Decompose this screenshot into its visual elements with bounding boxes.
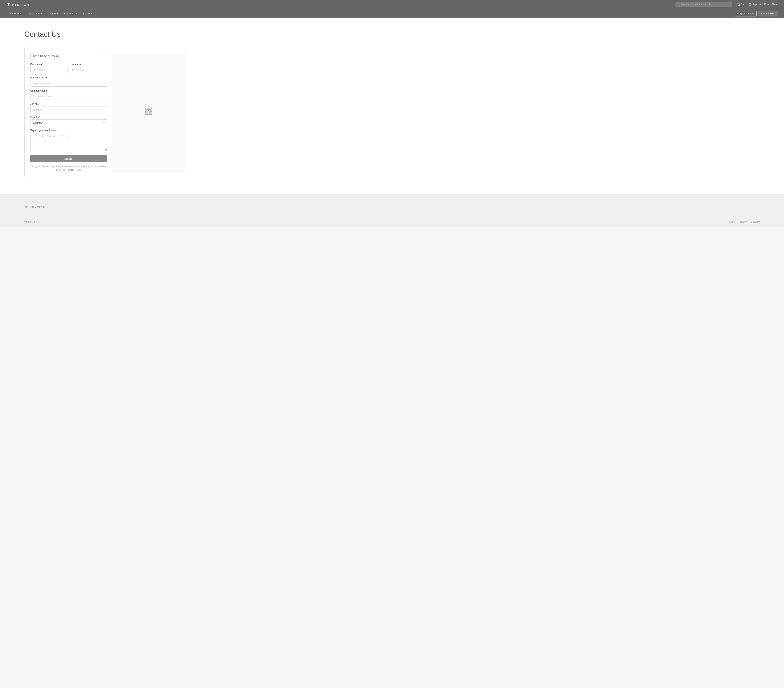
footer-logo[interactable]: VENTION (25, 206, 46, 209)
footer-url: vention.io (25, 220, 35, 223)
country-row: Country* Country* United States Canada U… (30, 116, 107, 126)
first-name-group: First name* (30, 63, 68, 73)
country-group: Country* Country* United States Canada U… (30, 116, 107, 126)
explain-row: Explain your need to us (30, 129, 107, 151)
hardware-chevron-icon: ▼ (76, 13, 78, 15)
platform-chevron-icon: ▼ (20, 13, 21, 15)
search-bar[interactable] (675, 2, 732, 7)
company-name-label: Company name* (30, 89, 107, 92)
nav-item-learn[interactable]: Learn ▼ (81, 11, 95, 16)
nav-item-application[interactable]: Application ▼ (24, 11, 45, 16)
search-icon (677, 3, 680, 6)
privacy-policy-link[interactable]: Privacy Policy (67, 169, 81, 171)
cart-icon (737, 3, 740, 6)
last-name-label: Last name* (70, 63, 107, 66)
design-now-button[interactable]: Design Now (758, 11, 777, 16)
explain-label: Explain your need to us (30, 129, 107, 132)
inquiry-type-dropdown-wrapper: Get a Demo or Pricing Technical Support … (30, 53, 107, 59)
vention-logo-icon (7, 3, 11, 6)
top-bar-actions: Cart Support EN - USD ▼ (737, 3, 777, 6)
cart-button[interactable]: Cart (737, 3, 746, 6)
job-title-group: Job title* (30, 103, 107, 113)
footer-link-privacy[interactable]: Privacy (739, 220, 746, 223)
name-row: First name* Last name* (30, 63, 107, 73)
nav-links: Platform ▼ Application ▼ Design ▼ Hardwa… (7, 11, 734, 16)
learn-chevron-icon: ▼ (91, 13, 92, 15)
country-dropdown[interactable]: Country* United States Canada United Kin… (30, 120, 107, 126)
main-content: Contact Us Get a Demo or Pricing Technic… (0, 18, 784, 194)
explain-textarea[interactable] (30, 133, 107, 151)
language-selector[interactable]: EN - USD ▼ (764, 3, 777, 6)
country-dropdown-wrapper: Country* United States Canada United Kin… (30, 120, 107, 126)
first-name-label: First name* (30, 63, 68, 66)
nav-bar: Platform ▼ Application ▼ Design ▼ Hardwa… (0, 9, 784, 18)
request-quote-button[interactable]: Request Quote (734, 11, 757, 16)
nav-buttons: Request Quote Design Now (734, 11, 777, 16)
footer-links: Terms Privacy Security (728, 220, 759, 223)
company-name-input[interactable] (30, 93, 107, 100)
lang-chevron-icon: ▼ (776, 3, 777, 5)
design-chevron-icon: ▼ (56, 13, 58, 15)
contact-card: Get a Demo or Pricing Technical Support … (25, 47, 191, 177)
footer-bottom: vention.io Terms Privacy Security (0, 217, 784, 227)
search-input[interactable] (681, 3, 730, 6)
application-chevron-icon: ▼ (40, 13, 42, 15)
footer-link-terms[interactable]: Terms (728, 220, 735, 223)
footer-vention-logo-icon (25, 206, 28, 209)
form-section: Get a Demo or Pricing Technical Support … (30, 53, 107, 171)
support-button[interactable]: Support (749, 3, 761, 6)
submit-button[interactable]: Submit (30, 155, 107, 163)
business-email-label: Business email* (30, 76, 107, 79)
footer-link-security[interactable]: Security (751, 220, 759, 223)
page-title: Contact Us (25, 30, 759, 39)
company-name-group: Company name* (30, 89, 107, 100)
nav-item-platform[interactable]: Platform ▼ (7, 11, 24, 16)
svg-point-5 (750, 5, 750, 5)
logo-text: VENTION (12, 3, 30, 6)
explain-group: Explain your need to us (30, 129, 107, 151)
business-email-input[interactable] (30, 80, 107, 87)
email-row: Business email* (30, 76, 107, 87)
country-label: Country* (30, 116, 107, 119)
logo[interactable]: VENTION (7, 3, 30, 6)
svg-point-2 (738, 5, 739, 6)
inquiry-type-dropdown[interactable]: Get a Demo or Pricing Technical Support … (30, 53, 107, 59)
job-title-row: Job title* (30, 103, 107, 113)
job-title-input[interactable] (30, 106, 107, 113)
svg-point-0 (678, 3, 679, 5)
consent-text: Filling out this form indicates your con… (30, 165, 107, 171)
footer-top: VENTION (0, 194, 784, 217)
business-email-group: Business email* (30, 76, 107, 87)
media-placeholder-icon: 🖼 (145, 107, 153, 117)
media-section: 🖼 (112, 53, 185, 171)
first-name-input[interactable] (30, 67, 68, 73)
company-row: Company name* (30, 89, 107, 100)
footer-logo-text: VENTION (30, 206, 46, 209)
support-icon (749, 3, 751, 6)
last-name-input[interactable] (70, 67, 107, 73)
nav-item-hardware[interactable]: Hardware ▼ (61, 11, 80, 16)
svg-point-3 (739, 5, 740, 6)
last-name-group: Last name* (70, 63, 107, 73)
top-bar: VENTION Cart Support EN - USD (0, 0, 784, 9)
nav-item-design[interactable]: Design ▼ (45, 11, 61, 16)
job-title-label: Job title* (30, 103, 107, 105)
svg-line-1 (679, 5, 680, 5)
